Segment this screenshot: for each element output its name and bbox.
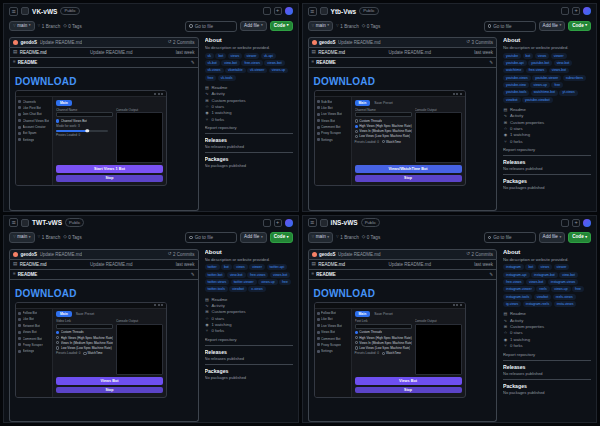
go-to-file-input[interactable]: Go to file	[484, 21, 536, 32]
commit-author-avatar[interactable]	[312, 252, 317, 257]
topic-pill[interactable]: twitter-bot	[205, 272, 226, 278]
topic-pill[interactable]: viewer	[244, 53, 260, 59]
create-new-icon[interactable]: +	[274, 219, 282, 227]
topic-pill[interactable]: view-bot	[559, 272, 578, 278]
branch-selector[interactable]: ⑂ main ▾	[9, 21, 35, 32]
branches-count[interactable]: ⑂ 1 Branch	[336, 24, 359, 29]
branches-count[interactable]: ⑂ 1 Branch	[38, 24, 61, 29]
commit-author[interactable]: geodoS	[21, 252, 38, 257]
create-new-icon[interactable]: +	[572, 219, 580, 227]
topic-pill[interactable]: viewer	[554, 264, 570, 270]
commit-author[interactable]: geodoS	[319, 40, 336, 45]
readme-title[interactable]: README	[18, 272, 38, 277]
topic-pill[interactable]: vk-views	[205, 68, 224, 74]
topic-pill[interactable]: twitter-views	[205, 279, 230, 285]
topic-pill[interactable]: free	[551, 82, 563, 88]
branch-selector[interactable]: ⑂ main ▾	[9, 232, 35, 243]
topic-pill[interactable]: bot	[215, 53, 226, 59]
topic-pill[interactable]: view-bot	[554, 60, 573, 66]
go-to-file-input[interactable]: Go to file	[484, 232, 536, 243]
topic-pill[interactable]: yt-views	[559, 90, 577, 96]
add-file-button[interactable]: Add file ▾	[539, 21, 566, 32]
menu-icon[interactable]: ≡	[9, 7, 18, 16]
code-button[interactable]: Code ▾	[270, 232, 293, 243]
topic-pill[interactable]: youtube-bot	[528, 60, 552, 66]
repo-name[interactable]: iNS-vWS	[331, 219, 358, 226]
topic-pill[interactable]: views	[535, 53, 549, 59]
file-name[interactable]: README.md	[20, 50, 47, 55]
about-meta-grid[interactable]: ⊞Custom properties	[205, 309, 293, 314]
packages-heading[interactable]: Packages	[205, 368, 293, 374]
readme-title[interactable]: README	[316, 272, 336, 277]
menu-icon[interactable]: ≡	[308, 7, 317, 16]
commit-message[interactable]: Update README.md	[40, 40, 83, 45]
code-button[interactable]: Code ▾	[568, 21, 591, 32]
topic-pill[interactable]: views	[233, 264, 247, 270]
topic-pill[interactable]: youtube-viewbot	[522, 97, 553, 103]
commit-author[interactable]: geodoS	[319, 252, 336, 257]
about-meta-book[interactable]: ▤Readme	[503, 311, 591, 316]
topic-pill[interactable]: vkontakte	[225, 68, 246, 74]
about-meta-book[interactable]: ▤Readme	[503, 107, 591, 112]
topic-pill[interactable]: instagram-bot	[531, 272, 558, 278]
user-avatar[interactable]	[285, 7, 293, 15]
releases-heading[interactable]: Releases	[205, 137, 293, 143]
about-meta-eye[interactable]: ◉1 watching	[205, 322, 293, 327]
topic-pill[interactable]: youtube-api	[503, 60, 527, 66]
topic-pill[interactable]: watchtime	[503, 68, 524, 74]
edit-readme-icon[interactable]: ✎	[191, 272, 195, 277]
topic-pill[interactable]: view-bot	[227, 272, 246, 278]
owner-avatar[interactable]	[320, 7, 328, 15]
commits-count[interactable]: ↺ 2 Commits	[466, 252, 493, 257]
branches-count[interactable]: ⑂ 1 Branch	[38, 235, 61, 240]
commits-count[interactable]: ↺ 3 Commits	[466, 40, 493, 45]
commit-message[interactable]: Update README.md	[40, 252, 83, 257]
topic-pill[interactable]: vk-viewer	[247, 68, 267, 74]
topic-pill[interactable]: instagram	[503, 264, 524, 270]
topic-pill[interactable]: views-bot	[526, 279, 546, 285]
report-repository-link[interactable]: Report repository	[503, 147, 591, 152]
commits-count[interactable]: ↺ 2 Commits	[168, 40, 195, 45]
about-meta-fork[interactable]: ⑂0 forks	[503, 139, 591, 144]
notifications-icon[interactable]	[263, 219, 271, 227]
edit-readme-icon[interactable]: ✎	[191, 60, 195, 65]
file-row[interactable]: ▤ README.md Update README.md last week	[9, 48, 199, 58]
topic-pill[interactable]: free	[572, 286, 584, 292]
file-name[interactable]: README.md	[318, 262, 345, 267]
commit-author-avatar[interactable]	[13, 40, 18, 45]
topic-pill[interactable]: instagram-api	[503, 272, 530, 278]
topic-pill[interactable]: views-up	[530, 82, 549, 88]
topic-pill[interactable]: free-views	[241, 60, 262, 66]
about-meta-star[interactable]: ☆0 stars	[205, 316, 293, 321]
tags-count[interactable]: ◇ 0 Tags	[362, 235, 381, 240]
commit-message[interactable]: Update README.md	[338, 40, 381, 45]
about-meta-eye[interactable]: ◉1 watching	[503, 132, 591, 137]
topic-pill[interactable]: twitter-viewer	[231, 279, 257, 285]
releases-heading[interactable]: Releases	[205, 349, 293, 355]
topic-pill[interactable]: viewbot	[229, 286, 247, 292]
readme-title[interactable]: README	[316, 60, 336, 65]
download-heading[interactable]: DOWNLOAD	[314, 288, 376, 299]
owner-avatar[interactable]	[21, 7, 29, 15]
file-name[interactable]: README.md	[20, 262, 47, 267]
topic-pill[interactable]: youtube	[503, 53, 521, 59]
topic-pill[interactable]: viewbot	[534, 294, 552, 300]
about-meta-pulse[interactable]: ∿Activity	[503, 113, 591, 118]
about-meta-pulse[interactable]: ∿Activity	[205, 303, 293, 308]
repo-name[interactable]: Ytb-Vws	[331, 8, 357, 15]
about-meta-eye[interactable]: ◉1 watching	[205, 110, 293, 115]
topic-pill[interactable]: ig-views	[503, 301, 521, 307]
topic-pill[interactable]: views	[228, 53, 242, 59]
releases-heading[interactable]: Releases	[503, 364, 591, 370]
topic-pill[interactable]: views-bot	[549, 68, 569, 74]
topic-pill[interactable]: vk	[205, 53, 214, 59]
topic-pill[interactable]: youtube-view	[503, 82, 529, 88]
menu-icon[interactable]: ≡	[9, 218, 18, 227]
topic-pill[interactable]: views-up	[258, 279, 277, 285]
file-name[interactable]: README.md	[318, 50, 345, 55]
commit-author-avatar[interactable]	[312, 40, 317, 45]
notifications-icon[interactable]	[561, 7, 569, 15]
topic-pill[interactable]: free-views	[247, 272, 268, 278]
owner-avatar[interactable]	[320, 219, 328, 227]
report-repository-link[interactable]: Report repository	[205, 125, 293, 130]
